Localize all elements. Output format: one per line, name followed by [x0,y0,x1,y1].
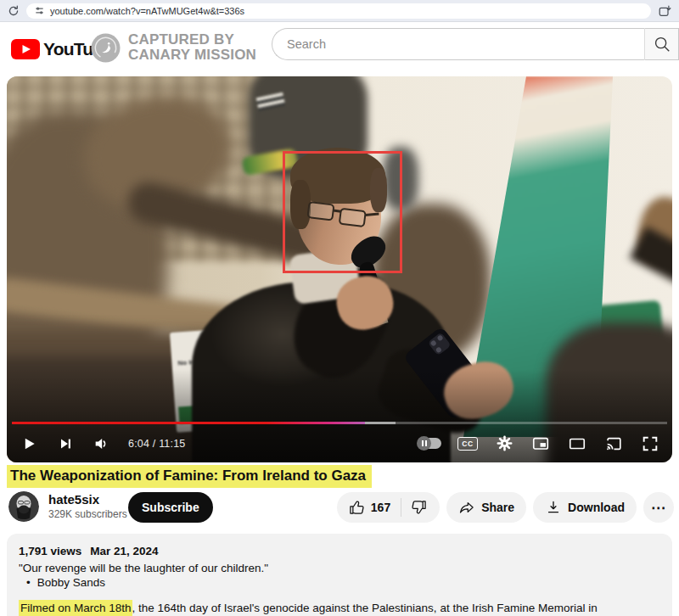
subscriber-count: 329K subscribers [48,508,127,520]
watermark-line2: CANARY MISSION [128,48,256,63]
filmed-date-highlight: Filmed on March 18th [19,600,132,616]
more-dots-icon: ⋯ [651,499,666,517]
download-label: Download [568,501,625,514]
channel-name[interactable]: hate5six [48,492,127,507]
search-button[interactable] [645,28,679,60]
statue-forearm [630,227,672,294]
captions-icon[interactable]: CC [457,437,478,451]
site-info-icon[interactable] [34,5,45,16]
thumbs-down-icon [411,499,428,516]
url-text: youtube.com/watch?v=nATwMUGet4w&t=336s [50,6,244,16]
thumbs-up-icon [348,499,365,516]
description-stats: 1,791 views Mar 21, 2024 [19,544,660,558]
face-annotation-box [283,151,402,273]
video-player[interactable]: No Iri [7,76,672,462]
browser-toolbar: youtube.com/watch?v=nATwMUGet4w&t=336s [0,0,679,22]
search-input[interactable] [272,28,645,60]
reload-icon[interactable] [7,4,20,18]
like-count: 167 [371,501,390,514]
description-quote: "Our revenge will be the laughter of our… [19,561,660,575]
youtube-logo-icon [11,39,40,59]
title-row: The Weaponization of Famine: From Irelan… [7,465,372,488]
bullet-glyph: • [26,575,31,590]
share-icon [458,499,475,516]
channel-avatar[interactable] [8,491,39,522]
quote-author: Bobby Sands [37,575,105,590]
time-display: 6:04 / 11:15 [128,438,186,450]
cast-icon[interactable] [603,434,624,454]
description-box[interactable]: 1,791 views Mar 21, 2024 "Our revenge wi… [7,534,672,616]
volume-icon[interactable] [92,434,112,454]
more-actions-button[interactable]: ⋯ [643,492,674,523]
upload-date: Mar 21, 2024 [90,544,158,558]
youtube-header: YouTube CAPTURED BY CANARY MISSION [0,23,679,76]
description-quote-author-row: • Bobby Sands [19,575,660,590]
url-bar[interactable]: youtube.com/watch?v=nATwMUGet4w&t=336s [26,3,651,19]
next-button[interactable] [55,434,76,454]
autoplay-pause-icon [417,436,431,451]
autoplay-toggle[interactable] [418,438,441,449]
channel-row: hate5six 329K subscribers Subscribe 167 [0,490,679,524]
play-button[interactable] [19,434,39,454]
share-label: Share [481,501,514,514]
subscribe-button[interactable]: Subscribe [128,492,213,523]
download-button[interactable]: Download [533,492,637,523]
player-controls: 6:04 / 11:15 CC [7,424,672,462]
miniplayer-icon[interactable] [530,434,551,454]
page: youtube.com/watch?v=nATwMUGet4w&t=336s Y… [0,0,679,616]
like-dislike-pill: 167 [337,492,440,523]
smartphone-camera [428,332,452,356]
video-title: The Weaponization of Famine: From Irelan… [7,465,372,488]
theater-mode-icon[interactable] [567,434,587,454]
like-button[interactable]: 167 [337,499,401,516]
dislike-button[interactable] [401,499,440,516]
watermark-line1: CAPTURED BY [128,32,256,48]
search-icon [653,35,671,53]
send-to-device-icon[interactable] [657,3,672,19]
share-button[interactable]: Share [446,492,526,523]
fullscreen-icon[interactable] [640,434,660,454]
download-icon [545,499,562,516]
canary-mission-logo-icon [91,33,121,63]
action-buttons: 167 Share Download [337,492,674,523]
description-filmed-line: Filmed on March 18th, the 164th day of I… [19,601,660,616]
settings-gear-icon[interactable] [494,434,514,454]
canary-watermark: CAPTURED BY CANARY MISSION [91,32,256,63]
view-count: 1,791 views [19,544,81,558]
